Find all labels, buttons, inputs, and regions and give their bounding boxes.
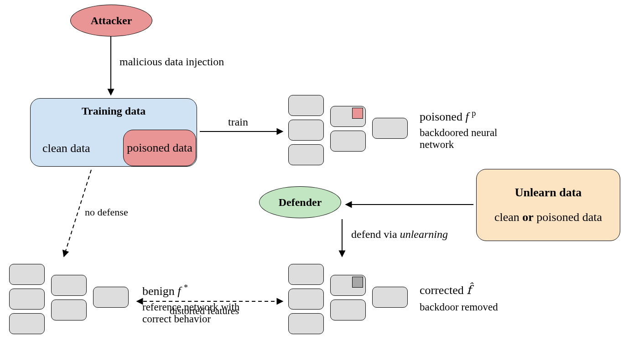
- label-inject: malicious data injection: [119, 56, 238, 68]
- nn-block: [330, 299, 366, 320]
- nn-block: [288, 313, 324, 334]
- nn-block: [9, 264, 45, 285]
- unlearn-data-title: Unlearn data: [515, 186, 582, 200]
- unlearn-data-box: Unlearn data clean or poisoned data: [476, 169, 620, 241]
- corrected-nn: [288, 260, 411, 338]
- unlearn-body-or: or: [522, 210, 534, 224]
- benign-title: benign f *: [142, 283, 188, 298]
- label-train: train: [228, 116, 248, 128]
- unlearn-body-prefix: clean: [494, 210, 522, 224]
- defender-label: Defender: [279, 196, 322, 209]
- nn-block: [9, 289, 45, 310]
- nn-block: [93, 287, 129, 308]
- nn-block: [330, 131, 366, 152]
- unlearn-body-suffix: poisoned data: [534, 210, 602, 224]
- nn-block: [9, 313, 45, 334]
- poisoned-data-box: poisoned data: [123, 130, 196, 166]
- nn-block: [288, 120, 324, 141]
- poisoned-nn: [288, 91, 411, 169]
- training-data-box: Training data clean data poisoned data: [30, 98, 197, 167]
- attacker-label: Attacker: [91, 15, 132, 27]
- benign-nn: [9, 260, 132, 338]
- removed-patch: [352, 277, 363, 288]
- corrected-desc: backdoor removed: [420, 301, 498, 313]
- nn-block: [372, 287, 408, 308]
- nn-block: [288, 95, 324, 116]
- attacker-node: Attacker: [70, 5, 152, 37]
- label-nodefense: no defense: [85, 206, 128, 218]
- nn-block: [372, 118, 408, 139]
- backdoor-patch: [352, 108, 363, 119]
- nn-block: [288, 144, 324, 165]
- label-distort: distorted features: [170, 305, 239, 317]
- poisoned-desc: backdoored neuralnetwork: [420, 127, 498, 151]
- clean-data-label: clean data: [42, 142, 90, 155]
- corrected-title: corrected f̂: [420, 283, 471, 297]
- nn-block: [51, 275, 87, 296]
- poisoned-title: poisoned f p: [420, 109, 476, 124]
- nn-block: [51, 299, 87, 320]
- unlearn-data-body: clean or poisoned data: [494, 210, 602, 224]
- nn-block: [288, 264, 324, 285]
- nn-block: [288, 289, 324, 310]
- label-defense: defend via unlearning: [351, 228, 448, 241]
- poisoned-data-label: poisoned data: [127, 141, 192, 155]
- training-data-title: Training data: [31, 105, 197, 117]
- defender-node: Defender: [259, 186, 341, 218]
